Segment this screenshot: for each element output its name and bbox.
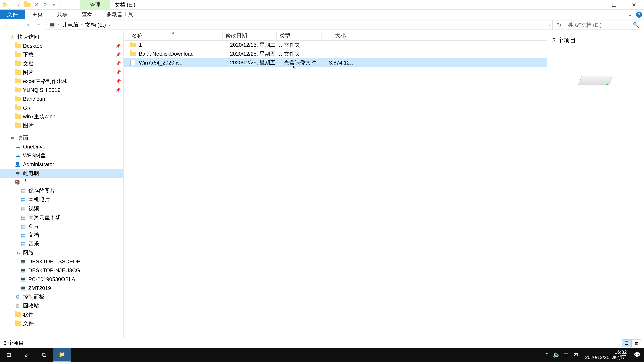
ribbon-expand-icon[interactable]: ⌄ (626, 10, 634, 18)
breadcrumb[interactable]: 💻 › 此电脑 › 文档 (E:) › ⌄ (45, 20, 553, 30)
tree-quick-item[interactable]: Desktop📌 (0, 41, 124, 50)
column-size[interactable]: 大小 (322, 31, 348, 40)
refresh-button[interactable]: ↻ (554, 20, 564, 30)
tree-library-item[interactable]: ▤天翼云盘下载 (0, 213, 124, 222)
chevron-right-icon[interactable]: › (108, 22, 110, 28)
tree-network-item[interactable]: 💻DESKTOP-NJEU3CG (0, 266, 124, 275)
folder-icon (14, 51, 21, 58)
tree-library-item[interactable]: ▤视频 (0, 204, 124, 213)
qat-new-folder-icon[interactable] (24, 1, 31, 8)
search-icon[interactable]: 🔍 (632, 22, 639, 28)
recent-dropdown-icon[interactable]: ▾ (24, 21, 33, 29)
tree-network-item[interactable]: 💻DESKTOP-LSSOEDP (0, 257, 124, 266)
close-button[interactable]: ✕ (624, 0, 644, 10)
column-name[interactable]: 名称▲ (124, 31, 223, 40)
sort-ascending-icon: ▲ (172, 30, 175, 34)
tree-software[interactable]: 软件 (0, 310, 124, 319)
tab-share[interactable]: 共享 (50, 9, 75, 19)
taskbar-clock[interactable]: 16:32 2020/12/25, 星期五 (582, 350, 630, 360)
start-button[interactable]: ⊞ (0, 348, 18, 362)
tree-desktop[interactable]: ■桌面 (0, 133, 124, 142)
file-row[interactable]: Win7x64_2020.iso2020/12/25, 星期五 1...光盘映像… (124, 58, 546, 67)
tree-user[interactable]: 👤Administrator (0, 160, 124, 169)
ime-indicator[interactable]: 中 (564, 351, 569, 358)
tree-libraries[interactable]: 📚库 (0, 178, 124, 187)
back-button[interactable]: ← (3, 21, 12, 29)
breadcrumb-dropdown-icon[interactable]: ⌄ (547, 22, 551, 28)
tree-network[interactable]: 🖧网络 (0, 248, 124, 257)
tree-network-item[interactable]: 💻ZMT2019 (0, 284, 124, 293)
tree-quick-item[interactable]: 图片 (0, 121, 124, 130)
view-details-button[interactable]: ☰ (622, 339, 632, 347)
maximize-button[interactable]: ☐ (604, 0, 624, 10)
tree-quick-item[interactable]: YUNQISHI2019📌 (0, 86, 124, 95)
help-icon[interactable]: ? (636, 11, 642, 18)
file-name: BaiduNetdiskDownload (139, 51, 230, 57)
file-date: 2020/12/25, 星期五 1... (230, 50, 284, 57)
tree-quick-item[interactable]: 下载📌 (0, 50, 124, 59)
column-date[interactable]: 修改日期 (223, 31, 277, 40)
tab-home[interactable]: 主页 (25, 9, 50, 19)
file-row[interactable]: 12020/12/15, 星期二 1...文件夹 (124, 41, 546, 50)
tree-label: Administrator (23, 161, 54, 167)
folder-icon (14, 42, 21, 49)
pin-icon: 📌 (116, 70, 121, 75)
tray-overflow-icon[interactable]: ˄ (546, 352, 548, 358)
search-box[interactable]: 🔍 (566, 20, 641, 30)
file-type: 文件夹 (284, 50, 329, 57)
breadcrumb-this-pc[interactable]: 此电脑 (60, 21, 80, 28)
navigation-tree[interactable]: ★快速访问 Desktop📌下载📌文档📌图片📌excel表格制作求和📌YUNQI… (0, 31, 124, 338)
desktop-icon: ■ (9, 134, 16, 141)
tree-library-item[interactable]: ▤文档 (0, 231, 124, 240)
tree-quick-item[interactable]: 文档📌 (0, 59, 124, 68)
chevron-right-icon[interactable]: › (81, 22, 82, 28)
action-center-icon[interactable]: 💬 (634, 352, 640, 358)
tree-library-item[interactable]: ▤音乐 (0, 240, 124, 248)
up-button[interactable]: ↑ (34, 21, 44, 29)
system-tray: ˄ 🔊 中 ✉ 16:32 2020/12/25, 星期五 💬 (546, 350, 644, 360)
tab-drive-tools[interactable]: 驱动器工具 (100, 9, 140, 19)
breadcrumb-location[interactable]: 文档 (E:) (83, 21, 108, 28)
tree-quick-access[interactable]: ★快速访问 (0, 33, 124, 41)
ribbon-context-tab[interactable]: 管理 (80, 0, 110, 10)
tree-wps[interactable]: ☁WPS网盘 (0, 151, 124, 160)
tree-quick-item[interactable]: G:\ (0, 103, 124, 112)
tree-library-item[interactable]: ▤保存的图片 (0, 187, 124, 195)
tree-recycle-bin[interactable]: 🗑回收站 (0, 301, 124, 310)
tree-quick-item[interactable]: excel表格制作求和📌 (0, 77, 124, 86)
breadcrumb-root-icon[interactable]: 💻 (47, 22, 57, 28)
folder-icon (129, 50, 136, 57)
tab-file[interactable]: 文件 (0, 9, 25, 19)
tree-control-panel[interactable]: ⚙控制面板 (0, 293, 124, 301)
forward-button[interactable]: → (13, 21, 22, 29)
column-type[interactable]: 类型 (277, 31, 322, 40)
tree-quick-item[interactable]: win7重装win7 (0, 112, 124, 121)
qat-properties-icon[interactable]: ☑ (14, 1, 22, 8)
clock-date: 2020/12/25, 星期五 (585, 355, 627, 360)
tree-label: 控制面板 (23, 294, 44, 301)
tree-this-pc[interactable]: 💻此电脑 (0, 169, 124, 178)
task-view-button[interactable]: ⧉ (36, 348, 53, 362)
volume-icon[interactable]: 🔊 (553, 352, 559, 358)
tree-onedrive[interactable]: ☁OneDrive (0, 142, 124, 151)
taskbar-explorer[interactable]: 📁 (53, 348, 70, 362)
tree-quick-item[interactable]: 图片📌 (0, 68, 124, 77)
view-thumbnails-button[interactable]: ▦ (632, 339, 641, 347)
tree-library-item[interactable]: ▤本机照片 (0, 195, 124, 204)
file-row[interactable]: BaiduNetdiskDownload2020/12/25, 星期五 1...… (124, 49, 546, 58)
tray-app-icon[interactable]: ✉ (574, 352, 578, 358)
file-list-area[interactable]: 名称▲ 修改日期 类型 大小 12020/12/15, 星期二 1...文件夹B… (124, 31, 546, 338)
search-input[interactable] (568, 22, 639, 28)
qat-delete-icon[interactable]: ✕ (32, 1, 40, 8)
search-button[interactable]: ⌕ (18, 348, 35, 362)
tree-files-folder[interactable]: 文件 (0, 319, 124, 328)
tab-view[interactable]: 查看 (75, 9, 100, 19)
qat-dropdown-icon[interactable]: ▾ (50, 1, 58, 8)
tree-network-item[interactable]: 💻PC-20190530OBLA (0, 275, 124, 284)
qat-customize-icon[interactable]: ⚙ (41, 1, 49, 8)
quick-access-toolbar: 📁 ☑ ✕ ⚙ ▾ (0, 1, 63, 8)
minimize-button[interactable]: ─ (584, 0, 604, 10)
tree-library-item[interactable]: ▤图片 (0, 222, 124, 231)
chevron-right-icon[interactable]: › (58, 22, 60, 28)
tree-quick-item[interactable]: Bandicam (0, 94, 124, 103)
